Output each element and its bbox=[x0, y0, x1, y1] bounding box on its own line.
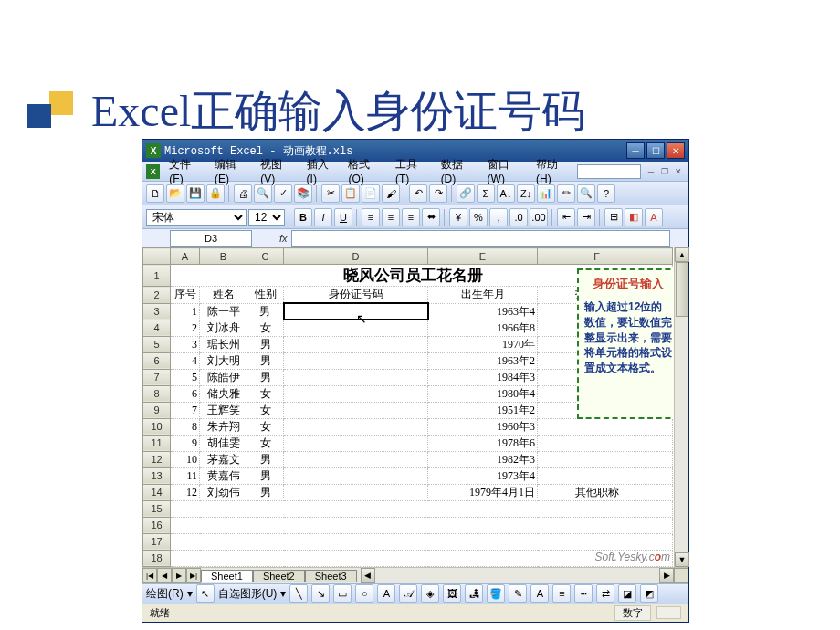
row-header[interactable]: 18 bbox=[143, 550, 171, 566]
arrow-style-icon[interactable]: ⇄ bbox=[596, 584, 614, 603]
col-header-b[interactable]: B bbox=[200, 248, 247, 265]
merge-icon[interactable]: ⬌ bbox=[422, 208, 440, 226]
row-header[interactable]: 4 bbox=[143, 320, 171, 336]
drawing-icon[interactable]: ✏ bbox=[557, 184, 575, 203]
font-color-draw-icon[interactable]: A bbox=[530, 584, 549, 603]
oval-icon[interactable]: ○ bbox=[355, 584, 373, 603]
col-header-a[interactable]: A bbox=[171, 248, 200, 265]
row-header[interactable]: 13 bbox=[143, 467, 171, 484]
cell[interactable]: 男 bbox=[247, 369, 284, 385]
col-header-c[interactable]: C bbox=[247, 248, 284, 265]
select-all[interactable] bbox=[143, 248, 171, 265]
cell[interactable]: 5 bbox=[171, 369, 200, 385]
row-header[interactable]: 2 bbox=[143, 287, 171, 304]
research-icon[interactable]: 📚 bbox=[294, 184, 312, 203]
row-header[interactable]: 12 bbox=[143, 451, 171, 467]
sort-desc-icon[interactable]: Z↓ bbox=[517, 184, 535, 203]
autoshapes-menu[interactable]: 自选图形(U) bbox=[218, 586, 278, 602]
cell[interactable]: 黄嘉伟 bbox=[200, 467, 247, 484]
undo-icon[interactable]: ↶ bbox=[409, 184, 427, 203]
cell[interactable]: 10 bbox=[171, 451, 200, 467]
row-header[interactable]: 5 bbox=[143, 336, 171, 352]
fill-color-icon[interactable]: ◧ bbox=[625, 208, 643, 226]
percent-icon[interactable]: % bbox=[469, 208, 488, 226]
cell[interactable]: 女 bbox=[247, 402, 284, 418]
row-header[interactable]: 9 bbox=[143, 402, 171, 418]
cell[interactable]: 1951年2 bbox=[428, 402, 538, 418]
redo-icon[interactable]: ↷ bbox=[429, 184, 447, 203]
scroll-right-icon[interactable]: ▶ bbox=[659, 568, 674, 583]
menu-tools[interactable]: 工具(T) bbox=[390, 155, 436, 187]
cell[interactable]: 11 bbox=[171, 467, 200, 484]
menu-data[interactable]: 数据(D) bbox=[436, 155, 482, 187]
row-header[interactable]: 1 bbox=[143, 265, 171, 287]
cell[interactable] bbox=[656, 435, 673, 451]
open-icon[interactable]: 📂 bbox=[166, 184, 184, 203]
sheet-tab-2[interactable]: Sheet2 bbox=[253, 570, 305, 582]
cut-icon[interactable]: ✂ bbox=[321, 184, 340, 203]
doc-close[interactable]: ✕ bbox=[672, 165, 685, 178]
dash-style-icon[interactable]: ┅ bbox=[574, 584, 593, 603]
hyperlink-icon[interactable]: 🔗 bbox=[457, 184, 475, 203]
cell[interactable]: 刘大明 bbox=[200, 352, 247, 369]
fx-icon[interactable]: fx bbox=[279, 233, 288, 244]
comma-icon[interactable]: , bbox=[489, 208, 508, 226]
menu-insert[interactable]: 插入(I) bbox=[301, 155, 343, 187]
zoom-icon[interactable]: 🔍 bbox=[577, 184, 595, 203]
cell[interactable]: 男 bbox=[247, 467, 284, 484]
textbox-icon[interactable]: A bbox=[377, 584, 395, 603]
underline-button[interactable]: U bbox=[334, 208, 352, 226]
cell[interactable]: 储央雅 bbox=[200, 385, 247, 402]
print-icon[interactable]: 🖨 bbox=[234, 184, 252, 203]
cell[interactable]: 1982年3 bbox=[428, 451, 538, 467]
cell[interactable]: 1960年3 bbox=[428, 418, 538, 435]
cell[interactable] bbox=[538, 435, 656, 451]
cell[interactable]: 女 bbox=[247, 435, 284, 451]
row-header[interactable]: 11 bbox=[143, 435, 171, 451]
arrow-icon[interactable]: ↘ bbox=[311, 584, 330, 603]
tab-last-icon[interactable]: ▶| bbox=[186, 568, 201, 583]
cell[interactable]: 男 bbox=[247, 303, 284, 320]
row-header[interactable]: 10 bbox=[143, 418, 171, 435]
clipart-icon[interactable]: 🖼 bbox=[443, 584, 461, 603]
cell[interactable]: 男 bbox=[247, 336, 284, 352]
scroll-thumb[interactable] bbox=[676, 262, 688, 317]
row-header[interactable]: 16 bbox=[143, 517, 171, 533]
cell[interactable]: 8 bbox=[171, 418, 200, 435]
cell[interactable]: ↖ bbox=[284, 303, 428, 320]
close-button[interactable]: ✕ bbox=[667, 142, 685, 159]
sheet-tab-3[interactable]: Sheet3 bbox=[305, 570, 357, 582]
maximize-button[interactable]: ☐ bbox=[646, 142, 665, 159]
cell[interactable]: 1978年6 bbox=[428, 435, 538, 451]
cell[interactable] bbox=[538, 467, 656, 484]
app-icon[interactable]: X bbox=[146, 164, 160, 179]
scroll-up-icon[interactable]: ▲ bbox=[675, 247, 689, 262]
cell[interactable]: 女 bbox=[247, 418, 284, 435]
cell[interactable]: 男 bbox=[247, 352, 284, 369]
cell[interactable]: 姓名 bbox=[200, 287, 247, 304]
help-search-input[interactable] bbox=[577, 164, 641, 179]
menu-window[interactable]: 窗口(W) bbox=[482, 155, 530, 187]
sum-icon[interactable]: Σ bbox=[477, 184, 495, 203]
row-header[interactable]: 17 bbox=[143, 533, 171, 550]
cell[interactable]: 1 bbox=[171, 303, 200, 320]
cell[interactable]: 2 bbox=[171, 320, 200, 336]
font-name-select[interactable]: 宋体 bbox=[146, 209, 247, 226]
italic-button[interactable]: I bbox=[314, 208, 332, 226]
increase-decimal-icon[interactable]: .0 bbox=[509, 208, 528, 226]
cell[interactable] bbox=[284, 369, 428, 385]
bold-button[interactable]: B bbox=[294, 208, 312, 226]
line-style-icon[interactable]: ≡ bbox=[552, 584, 571, 603]
cell[interactable] bbox=[284, 336, 428, 352]
shadow-icon[interactable]: ◪ bbox=[618, 584, 636, 603]
cell[interactable]: 1963年4 bbox=[428, 303, 538, 320]
cell[interactable] bbox=[284, 435, 428, 451]
align-center-icon[interactable]: ≡ bbox=[382, 208, 400, 226]
cell[interactable]: 陈一平 bbox=[200, 303, 247, 320]
line-icon[interactable]: ╲ bbox=[289, 584, 308, 603]
row-header[interactable]: 15 bbox=[143, 500, 171, 517]
cell[interactable] bbox=[284, 451, 428, 467]
vertical-scrollbar[interactable]: ▲ ▼ bbox=[674, 247, 688, 567]
row-header[interactable]: 3 bbox=[143, 303, 171, 320]
col-header-g[interactable] bbox=[656, 248, 673, 265]
